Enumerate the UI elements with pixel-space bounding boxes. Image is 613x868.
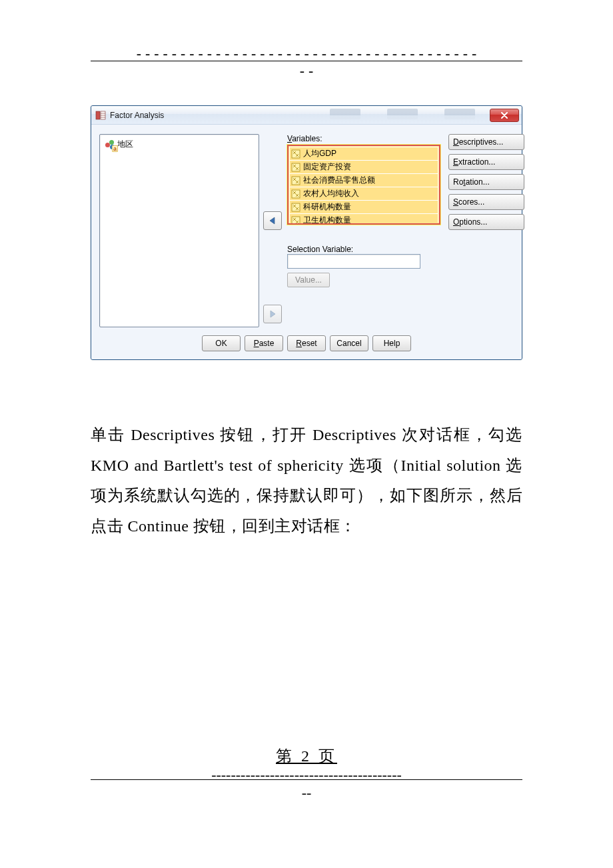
page-footer: 第 2 页 ----------------------------------… <box>91 745 522 801</box>
variable-text: 固定资产投资 <box>303 161 351 173</box>
nominal-string-icon: a <box>105 140 115 149</box>
rotation-button[interactable]: Rotation... <box>448 174 524 190</box>
titlebar[interactable]: Factor Analysis <box>91 106 522 125</box>
variable-text: 农村人均纯收入 <box>303 188 359 199</box>
source-variable-list[interactable]: a 地区 <box>99 134 259 327</box>
scale-icon <box>291 203 301 212</box>
variable-label: 地区 <box>117 139 133 150</box>
footer-dashes: --------------------------------------- <box>91 772 522 778</box>
footer-tail: -- <box>91 784 522 801</box>
reset-button[interactable]: Reset <box>287 335 326 351</box>
scores-button[interactable]: Scores... <box>448 194 524 210</box>
paste-button[interactable]: Paste <box>245 335 283 351</box>
variables-label: Variables: <box>287 134 440 143</box>
arrow-right-icon <box>268 309 277 319</box>
extraction-button[interactable]: Extraction... <box>448 154 524 170</box>
close-button[interactable] <box>490 109 519 122</box>
scale-icon <box>291 176 301 185</box>
variable-text: 卫生机构数量 <box>303 215 351 225</box>
move-to-selection-button[interactable] <box>263 305 282 323</box>
scale-icon <box>291 189 301 199</box>
variable-item[interactable]: 社会消费品零售总额 <box>290 174 438 187</box>
svg-rect-0 <box>96 111 100 119</box>
ok-button[interactable]: OK <box>202 335 241 351</box>
header-dashes: --------------------------------------- <box>91 45 522 62</box>
variable-text: 人均GDP <box>303 148 336 159</box>
variable-item[interactable]: 农村人均纯收入 <box>290 187 438 200</box>
value-button: Value... <box>287 273 330 287</box>
variable-item[interactable]: 科研机构数量 <box>290 201 438 213</box>
header-rule: --------------------------------------- … <box>91 52 522 79</box>
header-tail: -- <box>91 63 522 79</box>
selection-variable-label: Selection Variable: <box>287 245 440 254</box>
scale-icon <box>291 163 301 172</box>
scale-icon <box>291 149 301 159</box>
close-icon <box>501 112 508 119</box>
variable-text: 科研机构数量 <box>303 201 351 213</box>
scale-icon <box>291 216 301 225</box>
titlebar-decor <box>330 109 475 115</box>
spss-dialog-icon <box>95 110 106 121</box>
source-variable-item[interactable]: a 地区 <box>103 137 256 151</box>
instruction-paragraph: 单击 Descriptives 按钮，打开 Descriptives 次对话框，… <box>91 420 522 541</box>
options-button[interactable]: Options... <box>448 214 524 230</box>
cancel-button[interactable]: Cancel <box>330 335 368 351</box>
variable-text: 社会消费品零售总额 <box>303 175 375 186</box>
descriptives-button[interactable]: Descriptives... <box>448 134 524 150</box>
variable-item[interactable]: 卫生机构数量 <box>290 214 438 225</box>
page-number: 第 2 页 <box>91 745 522 767</box>
arrow-left-icon <box>268 216 277 225</box>
move-to-variables-button[interactable] <box>263 211 282 230</box>
selection-variable-input[interactable] <box>287 254 420 269</box>
factor-analysis-dialog: Factor Analysis a 地区 <box>91 105 522 360</box>
variables-list[interactable]: 人均GDP 固定资产投资 社会消费品零售总额 农村人均纯收入 <box>287 145 440 225</box>
variable-item[interactable]: 固定资产投资 <box>290 161 438 173</box>
dialog-title: Factor Analysis <box>110 111 164 120</box>
variable-item[interactable]: 人均GDP <box>290 147 438 160</box>
help-button[interactable]: Help <box>372 335 411 351</box>
